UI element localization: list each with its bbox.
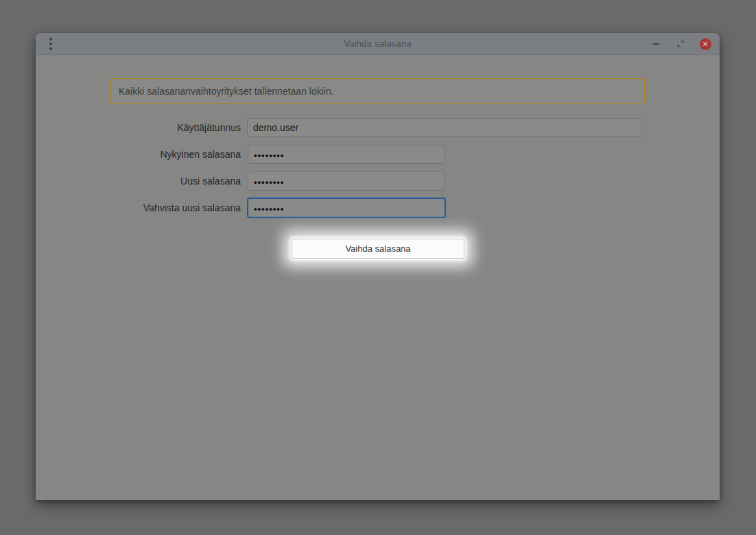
minimize-button[interactable] <box>648 36 663 51</box>
restore-button[interactable] <box>673 36 688 51</box>
username-label: Käyttäjätunnus <box>36 118 241 137</box>
new-password-label: Uusi salasana <box>36 171 241 191</box>
current-password-label: Nykyinen salasana <box>36 145 241 164</box>
confirm-password-input[interactable] <box>247 198 446 218</box>
change-password-window: Vaihda salasana ✕ Kaikki salasananvaihto… <box>36 33 720 500</box>
window-title: Vaihda salasana <box>36 33 720 55</box>
window-controls: ✕ <box>648 33 713 55</box>
minimize-icon <box>653 43 659 45</box>
restore-icon <box>677 40 684 47</box>
confirm-password-label: Vahvista uusi salasana <box>36 198 241 217</box>
audit-notice-text: Kaikki salasananvaihtoyritykset tallenne… <box>119 86 334 97</box>
audit-notice: Kaikki salasananvaihtoyritykset tallenne… <box>110 78 645 104</box>
username-input[interactable] <box>247 118 642 137</box>
change-password-button[interactable]: Vaihda salasana <box>292 239 464 259</box>
titlebar[interactable]: Vaihda salasana ✕ <box>36 33 720 55</box>
new-password-input[interactable] <box>248 171 445 191</box>
close-button[interactable]: ✕ <box>698 36 713 51</box>
close-icon: ✕ <box>700 38 711 50</box>
current-password-input[interactable] <box>248 145 445 164</box>
